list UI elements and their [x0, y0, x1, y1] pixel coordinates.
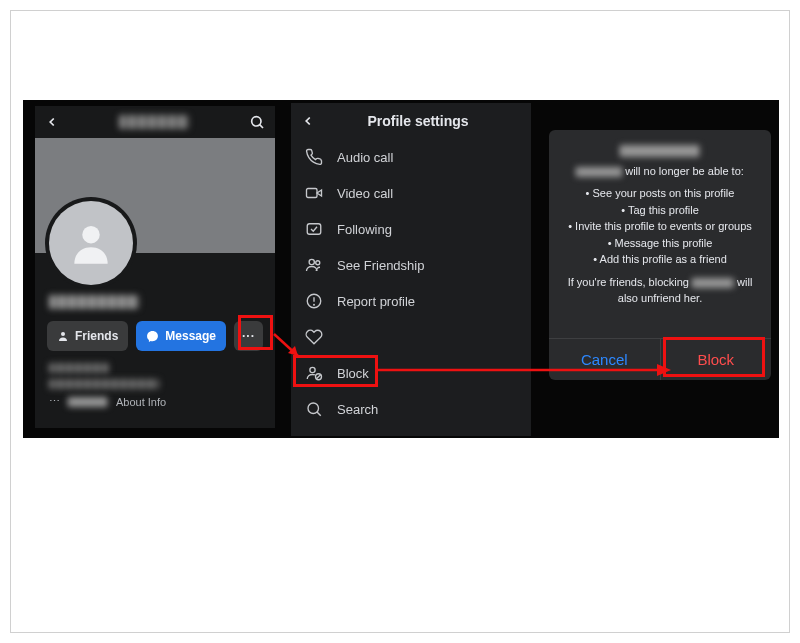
friends-label: Friends	[75, 329, 118, 343]
option-label: Search	[337, 402, 378, 417]
svg-point-0	[252, 117, 261, 126]
more-button[interactable]: ···	[234, 321, 263, 351]
person-icon	[66, 218, 116, 268]
svg-line-14	[316, 375, 320, 379]
option-report-profile[interactable]: Report profile	[291, 283, 531, 319]
option-favorite[interactable]	[291, 319, 531, 355]
redacted-profile-name	[49, 295, 139, 309]
block-button[interactable]: Block	[661, 339, 772, 380]
tutorial-canvas: Friends Message ··· ⋯ About Info Profile…	[23, 100, 779, 438]
svg-rect-6	[307, 224, 321, 235]
profile-details: ⋯ About Info	[35, 357, 275, 414]
profile-action-row: Friends Message ···	[35, 309, 275, 357]
redacted-inline	[576, 167, 622, 177]
bullet-item: • Add this profile as a friend	[559, 251, 761, 268]
svg-point-11	[314, 304, 315, 305]
friends-button[interactable]: Friends	[47, 321, 128, 351]
avatar	[45, 197, 137, 289]
dialog-line1: will no longer be able to:	[559, 163, 761, 180]
about-row[interactable]: ⋯ About Info	[49, 395, 261, 408]
check-icon	[305, 220, 323, 238]
message-button[interactable]: Message	[136, 321, 226, 351]
settings-header: Profile settings	[291, 103, 531, 139]
block-person-icon	[305, 364, 323, 382]
bullet-item: • Message this profile	[559, 235, 761, 252]
option-block[interactable]: Block	[291, 355, 531, 391]
redacted-inline	[692, 278, 734, 288]
svg-rect-4	[307, 189, 318, 198]
dialog-bullets: • See your posts on this profile • Tag t…	[559, 185, 761, 268]
svg-point-8	[316, 261, 320, 265]
bullet-item: • Tag this profile	[559, 202, 761, 219]
profile-header	[35, 106, 275, 138]
option-label: Following	[337, 222, 392, 237]
message-label: Message	[165, 329, 216, 343]
option-see-friendship[interactable]: See Friendship	[291, 247, 531, 283]
redacted-line	[49, 379, 159, 389]
redacted-inline	[620, 145, 700, 157]
option-video-call[interactable]: Video call	[291, 175, 531, 211]
option-label: Video call	[337, 186, 393, 201]
cover-photo	[35, 138, 275, 253]
redacted-name	[119, 115, 189, 129]
svg-point-12	[310, 367, 315, 372]
option-following[interactable]: Following	[291, 211, 531, 247]
redacted-inline	[68, 397, 108, 407]
back-icon[interactable]	[45, 115, 59, 129]
messenger-icon	[146, 330, 159, 343]
more-icon: ···	[242, 329, 255, 343]
back-icon[interactable]	[301, 114, 315, 128]
option-search[interactable]: Search	[291, 391, 531, 427]
report-icon	[305, 292, 323, 310]
dialog-buttons: Cancel Block	[549, 338, 771, 380]
search-icon	[305, 400, 323, 418]
people-icon	[305, 256, 323, 274]
option-audio-call[interactable]: Audio call	[291, 139, 531, 175]
svg-line-1	[260, 125, 263, 128]
svg-point-3	[61, 332, 65, 336]
svg-point-2	[82, 226, 100, 244]
svg-line-16	[317, 412, 321, 416]
redacted-line	[49, 363, 109, 373]
option-label: Block	[337, 366, 369, 381]
block-confirm-dialog: will no longer be able to: • See your po…	[549, 130, 771, 380]
settings-title: Profile settings	[345, 113, 491, 129]
video-icon	[305, 184, 323, 202]
option-label: Report profile	[337, 294, 415, 309]
dots-icon: ⋯	[49, 395, 60, 408]
bullet-item: • See your posts on this profile	[559, 185, 761, 202]
option-label: See Friendship	[337, 258, 424, 273]
search-icon[interactable]	[249, 114, 265, 130]
svg-point-7	[309, 259, 314, 264]
dialog-line2: If you're friends, blocking will also un…	[559, 274, 761, 307]
svg-point-15	[308, 403, 319, 414]
profile-screen: Friends Message ··· ⋯ About Info	[35, 106, 275, 428]
bullet-item: • Invite this profile to events or group…	[559, 218, 761, 235]
phone-icon	[305, 148, 323, 166]
cancel-button[interactable]: Cancel	[549, 339, 661, 380]
about-info-label: About Info	[116, 396, 166, 408]
dialog-body: will no longer be able to: • See your po…	[549, 130, 771, 338]
heart-icon	[305, 328, 323, 346]
friends-icon	[57, 330, 69, 342]
option-label: Audio call	[337, 150, 393, 165]
profile-settings-screen: Profile settings Audio call Video call F…	[291, 103, 531, 436]
